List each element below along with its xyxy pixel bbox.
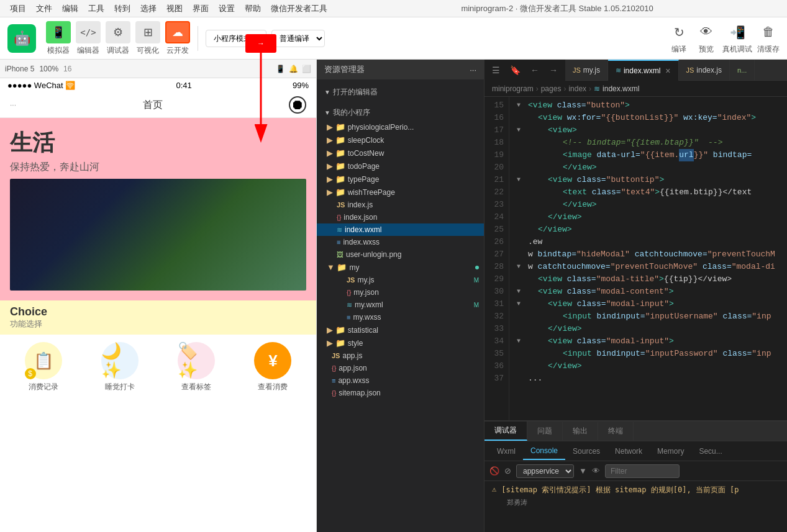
phone-icon-consumption[interactable]: ¥ 查看消费 <box>254 342 291 392</box>
code-editor[interactable]: 1516171819 2021222324 2526272829 3031323… <box>484 97 787 420</box>
editor-button[interactable]: </> 编辑器 <box>76 21 101 56</box>
code-line-23: </view> <box>517 199 780 211</box>
tab-index-js[interactable]: JS index.js <box>679 60 730 81</box>
open-editors-title[interactable]: ▼ 打开的编辑器 <box>317 84 484 100</box>
code-line-21: ▼ <view class= "buttontip" > <box>517 174 780 186</box>
folder-wishtreepage[interactable]: ▶ 📁 wishTreePage <box>317 186 484 199</box>
menu-wechat-dev[interactable]: 微信开发者工具 <box>266 2 332 16</box>
cloud-button[interactable]: ☁ 云开发 <box>165 21 190 56</box>
console-service-select[interactable]: appservice <box>516 464 574 478</box>
menu-tools[interactable]: 工具 <box>83 2 109 16</box>
file-my-json[interactable]: {} my.json <box>317 286 484 299</box>
filename-app-wxss: app.wxss <box>338 376 369 385</box>
menu-file[interactable]: 文件 <box>31 2 57 16</box>
compile-select[interactable]: 普通编译 <box>271 30 325 47</box>
file-index-json[interactable]: {} index.json <box>317 211 484 223</box>
phone-icon-tags[interactable]: 🏷️✨ 查看标签 <box>178 342 215 392</box>
phone-status-bar: ●●●●● WeChat 🛜 0:41 99% <box>0 78 316 92</box>
toolbar-back-icon[interactable]: ← <box>528 64 542 76</box>
phone-sub-text: 保持热爱，奔赴山河 <box>10 161 306 174</box>
file-index-js[interactable]: JS index.js <box>317 199 484 211</box>
breadcrumb-arrow-1: › <box>536 84 539 93</box>
bottom-tab-issues[interactable]: 问题 <box>527 422 563 440</box>
folder-style[interactable]: ▶ 📁 style <box>317 336 484 349</box>
file-my-js[interactable]: JS my.js M <box>317 274 484 286</box>
tab-index-wxml[interactable]: ≋ index.wxml × <box>608 60 679 81</box>
devtools-tab-security[interactable]: Secu... <box>691 443 729 459</box>
devtools-tab-wxml[interactable]: Wxml <box>489 443 523 459</box>
menu-project[interactable]: 项目 <box>5 2 31 16</box>
folder-tocostnew[interactable]: ▶ 📁 toCostNew <box>317 147 484 160</box>
devtools-tab-sources[interactable]: Sources <box>565 443 607 459</box>
code-line-33: </view> <box>517 323 780 335</box>
folder-todopage[interactable]: ▶ 📁 todoPage <box>317 160 484 173</box>
filename-sitemap-json: sitemap.json <box>339 389 380 397</box>
toolbar-bookmark-icon[interactable]: 🔖 <box>507 64 523 76</box>
toolbar-forward-icon[interactable]: → <box>547 64 560 76</box>
file-tree-body[interactable]: ▼ 打开的编辑器 ▼ 我的小程序 ▶ 📁 physiologicalPerio.… <box>317 79 484 532</box>
visualize-button[interactable]: ⊞ 可视化 <box>135 21 160 56</box>
devtools-tab-console[interactable]: Console <box>523 443 565 460</box>
devtools-tab-network[interactable]: Network <box>607 443 650 459</box>
file-app-js[interactable]: JS app.js <box>317 349 484 362</box>
collapse-15[interactable]: ▼ <box>517 99 525 112</box>
file-app-json[interactable]: {} app.json <box>317 362 484 374</box>
phone-label-consumption: 查看消费 <box>258 382 288 392</box>
console-dropdown-icon[interactable]: ▼ <box>579 466 587 476</box>
menu-settings[interactable]: 设置 <box>214 2 240 16</box>
menu-edit[interactable]: 编辑 <box>57 2 83 16</box>
my-program-label: 我的小程序 <box>333 107 370 118</box>
phone-icon-2[interactable]: 🔔 <box>289 65 298 73</box>
phone-bar: iPhone 5 100% 16 📱 🔔 ⬜ <box>0 60 316 78</box>
debugger-button[interactable]: ⚙ 调试器 <box>106 21 130 56</box>
phone-icon-3[interactable]: ⬜ <box>302 65 311 73</box>
console-filter-icon[interactable]: ⊘ <box>504 466 511 476</box>
bottom-tab-output[interactable]: 输出 <box>563 422 598 440</box>
console-filter-input[interactable] <box>605 464 680 478</box>
file-user-unlogin[interactable]: 🖼 user-unlogin.png <box>317 248 484 261</box>
clear-cache-button[interactable]: 🗑 清缓存 <box>757 22 780 55</box>
console-eye-icon[interactable]: 👁 <box>592 466 600 476</box>
folder-typepage[interactable]: ▶ 📁 typePage <box>317 173 484 186</box>
phone-label-tags: 查看标签 <box>181 382 211 392</box>
console-ban-icon[interactable]: 🚫 <box>489 466 499 476</box>
folder-physiological[interactable]: ▶ 📁 physiologicalPerio... <box>317 120 484 133</box>
real-machine-button[interactable]: 📲 真机调试 <box>722 22 752 55</box>
breadcrumb-wxml-icon-bc: ≋ <box>594 84 600 93</box>
file-sitemap-json[interactable]: {} sitemap.json <box>317 387 484 399</box>
phone-icon-1[interactable]: 📱 <box>276 65 285 73</box>
wxss-icon-index: ≡ <box>337 238 340 246</box>
toolbar-menu-icon[interactable]: ☰ <box>489 64 503 76</box>
tab-close-wxml[interactable]: × <box>665 66 670 76</box>
folder-statistical[interactable]: ▶ 📁 statistical <box>317 323 484 336</box>
bottom-tab-terminal[interactable]: 终端 <box>598 422 634 440</box>
phone-icon-circle-tags: 🏷️✨ <box>178 342 215 379</box>
file-my-wxss[interactable]: ≡ my.wxss <box>317 311 484 323</box>
refresh-button[interactable]: ↻ 编译 <box>668 22 690 55</box>
file-tree-more-icon[interactable]: ··· <box>470 65 476 74</box>
phone-page-title: 首页 <box>143 99 163 112</box>
phone-icon-sleep[interactable]: 🌙✨ 睡觉打卡 <box>101 342 139 392</box>
simulator-button[interactable]: 📱 模拟器 <box>46 21 71 56</box>
mode-select[interactable]: 小程序模式 <box>206 30 266 47</box>
phone-icon-expense[interactable]: 📋 $ 消费记录 <box>25 342 62 392</box>
menu-interface[interactable]: 界面 <box>188 2 214 16</box>
devtools-tab-memory[interactable]: Memory <box>650 443 691 459</box>
menu-help[interactable]: 帮助 <box>240 2 266 16</box>
code-line-29: <view class= "modal-title" > {{tip}}</vi… <box>517 273 780 286</box>
bottom-tab-debugger[interactable]: 调试器 <box>484 422 527 441</box>
preview-button[interactable]: 👁 预览 <box>695 22 717 55</box>
folder-icon-sleepclock: ▶ 📁 <box>327 135 345 145</box>
tab-more[interactable]: n... <box>730 60 755 81</box>
tab-my-js[interactable]: JS my.js <box>565 60 608 81</box>
menu-view[interactable]: 视图 <box>161 2 188 16</box>
file-app-wxss[interactable]: ≡ app.wxss <box>317 374 484 387</box>
my-program-title[interactable]: ▼ 我的小程序 <box>317 105 484 120</box>
file-index-wxss[interactable]: ≡ index.wxss <box>317 236 484 248</box>
folder-sleepclock[interactable]: ▶ 📁 sleepClock <box>317 133 484 147</box>
menu-goto[interactable]: 转到 <box>109 2 135 16</box>
folder-my[interactable]: ▼ 📁 my <box>317 261 484 274</box>
menu-select[interactable]: 选择 <box>135 2 161 16</box>
file-my-wxml[interactable]: ≋ my.wxml M <box>317 299 484 311</box>
file-index-wxml[interactable]: ≋ index.wxml <box>317 223 484 236</box>
